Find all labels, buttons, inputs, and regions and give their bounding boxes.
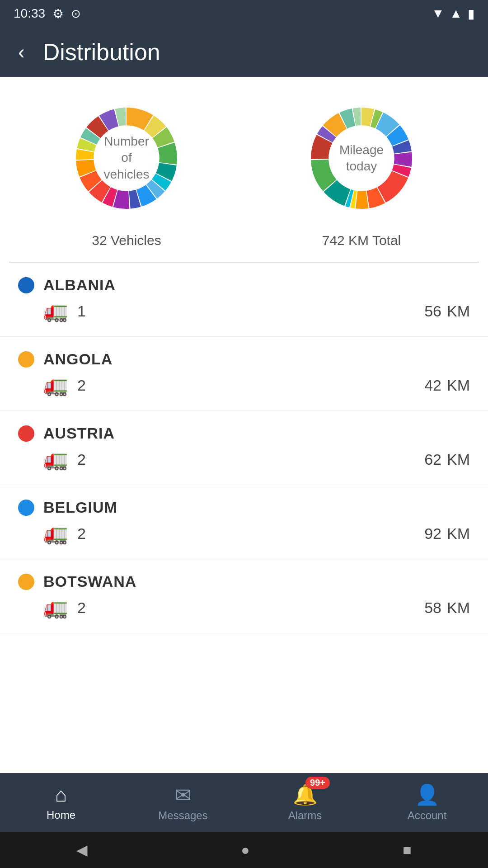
nav-account[interactable]: 👤 Account — [366, 773, 488, 832]
country-details: 🚛 2 92 KM — [18, 522, 470, 545]
vehicle-count: 2 — [77, 525, 86, 542]
truck-icon: 🚛 — [43, 373, 68, 397]
vehicles-donut: Numberofvehicles — [63, 95, 190, 222]
mileage-info: 42 KM — [424, 377, 470, 394]
vehicles-donut-svg — [63, 95, 190, 222]
time-display: 10:33 — [14, 6, 45, 21]
charts-section: Numberofvehicles 32 Vehicles Mileagetoda… — [0, 77, 488, 262]
android-home-button[interactable]: ● — [241, 842, 249, 859]
country-header: AUSTRIA — [18, 425, 470, 442]
nav-home[interactable]: ⌂ Home — [0, 773, 122, 832]
android-nav: ◀ ● ■ — [0, 832, 488, 868]
page-title: Distribution — [43, 38, 160, 66]
vehicle-info: 🚛 2 — [43, 448, 86, 471]
mileage-value: 42 — [424, 377, 441, 394]
vehicles-chart: Numberofvehicles 32 Vehicles — [63, 95, 190, 248]
country-dot — [18, 500, 34, 516]
nav-account-label: Account — [408, 809, 447, 822]
back-button[interactable]: ‹ — [14, 36, 29, 68]
mileage-value: 62 — [424, 451, 441, 468]
home-icon: ⌂ — [55, 783, 67, 806]
gear-icon: ⚙ — [52, 6, 64, 21]
country-details: 🚛 1 56 KM — [18, 299, 470, 323]
top-bar: ‹ Distribution — [0, 27, 488, 77]
vehicles-summary: 32 Vehicles — [92, 233, 161, 248]
mileage-value: 58 — [424, 599, 441, 617]
status-right: ▼ ▲ ▮ — [432, 6, 474, 21]
country-dot — [18, 574, 34, 590]
mileage-unit: KM — [447, 451, 470, 468]
truck-icon: 🚛 — [43, 299, 68, 323]
mileage-info: 92 KM — [424, 525, 470, 542]
bottom-nav: ⌂ Home ✉ Messages 🔔 99+ Alarms 👤 Account — [0, 773, 488, 832]
mileage-info: 56 KM — [424, 302, 470, 320]
mileage-unit: KM — [447, 377, 470, 394]
vehicle-count: 1 — [77, 302, 86, 320]
nav-messages-label: Messages — [158, 809, 207, 822]
vehicle-count: 2 — [77, 451, 86, 468]
vehicle-info: 🚛 2 — [43, 596, 86, 619]
nav-alarms[interactable]: 🔔 99+ Alarms — [244, 773, 366, 832]
mileage-chart: Mileagetoday 742 KM Total — [298, 95, 425, 248]
android-recent-button[interactable]: ■ — [403, 842, 411, 859]
country-details: 🚛 2 62 KM — [18, 448, 470, 471]
mileage-info: 62 KM — [424, 451, 470, 468]
vehicle-info: 🚛 2 — [43, 373, 86, 397]
main-content: Numberofvehicles 32 Vehicles Mileagetoda… — [0, 77, 488, 809]
vehicle-count: 2 — [77, 377, 86, 394]
status-left: 10:33 ⚙ ⊙ — [14, 6, 81, 21]
mileage-unit: KM — [447, 525, 470, 542]
country-dot — [18, 277, 34, 293]
country-name: ANGOLA — [43, 350, 113, 368]
country-details: 🚛 2 42 KM — [18, 373, 470, 397]
status-bar: 10:33 ⚙ ⊙ ▼ ▲ ▮ — [0, 0, 488, 27]
mileage-unit: KM — [447, 599, 470, 617]
country-header: BOTSWANA — [18, 573, 470, 590]
alarm-badge: 99+ — [305, 777, 330, 789]
person-icon: 👤 — [415, 783, 440, 807]
mileage-donut: Mileagetoday — [298, 95, 425, 222]
at-icon: ⊙ — [71, 7, 81, 21]
signal-icon: ▲ — [450, 6, 462, 21]
country-header: BELGIUM — [18, 499, 470, 516]
vehicle-info: 🚛 2 — [43, 522, 86, 545]
country-details: 🚛 2 58 KM — [18, 596, 470, 619]
nav-home-label: Home — [47, 809, 75, 821]
country-item[interactable]: ALBANIA 🚛 1 56 KM — [0, 263, 488, 337]
country-item[interactable]: BELGIUM 🚛 2 92 KM — [0, 485, 488, 559]
battery-icon: ▮ — [468, 6, 474, 21]
android-back-button[interactable]: ◀ — [76, 841, 88, 859]
vehicle-info: 🚛 1 — [43, 299, 86, 323]
mail-icon: ✉ — [175, 783, 192, 807]
country-header: ALBANIA — [18, 276, 470, 294]
truck-icon: 🚛 — [43, 522, 68, 545]
mileage-info: 58 KM — [424, 599, 470, 617]
mileage-unit: KM — [447, 302, 470, 320]
nav-alarms-label: Alarms — [288, 809, 322, 822]
country-header: ANGOLA — [18, 350, 470, 368]
wifi-icon: ▼ — [432, 6, 445, 21]
mileage-value: 92 — [424, 525, 441, 542]
mileage-value: 56 — [424, 302, 441, 320]
mileage-summary: 742 KM Total — [322, 233, 401, 248]
country-name: ALBANIA — [43, 276, 116, 294]
vehicle-count: 2 — [77, 599, 86, 617]
truck-icon: 🚛 — [43, 448, 68, 471]
country-dot — [18, 425, 34, 442]
country-dot — [18, 351, 34, 368]
nav-messages[interactable]: ✉ Messages — [122, 773, 244, 832]
country-item[interactable]: AUSTRIA 🚛 2 62 KM — [0, 411, 488, 485]
country-name: BELGIUM — [43, 499, 117, 516]
country-item[interactable]: ANGOLA 🚛 2 42 KM — [0, 337, 488, 411]
country-name: AUSTRIA — [43, 425, 115, 442]
country-name: BOTSWANA — [43, 573, 136, 590]
country-item[interactable]: BOTSWANA 🚛 2 58 KM — [0, 559, 488, 633]
country-list: ALBANIA 🚛 1 56 KM ANGOLA 🚛 2 — [0, 263, 488, 633]
mileage-donut-svg — [298, 95, 425, 222]
truck-icon: 🚛 — [43, 596, 68, 619]
